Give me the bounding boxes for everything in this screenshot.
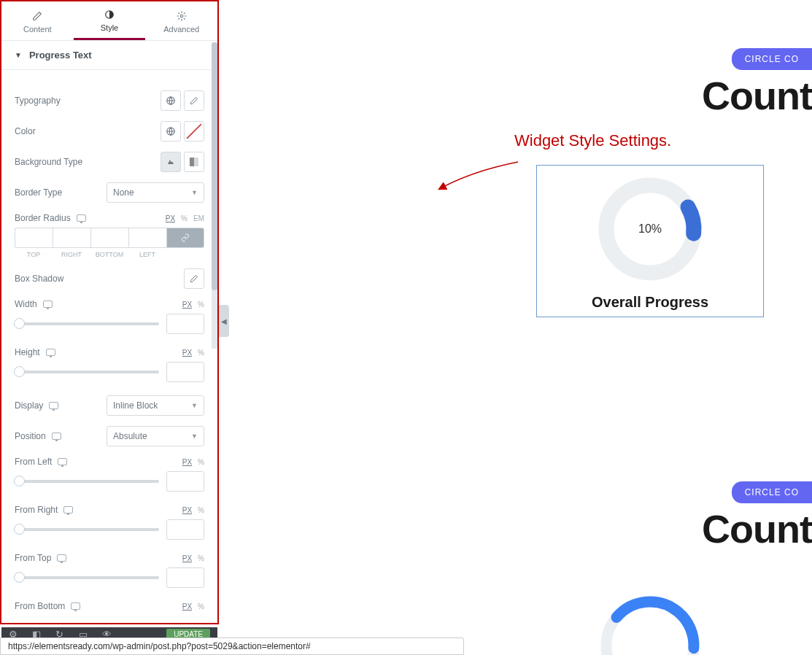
annotation-text: Widget Style Settings. — [514, 131, 671, 150]
responsive-icon[interactable] — [57, 554, 66, 562]
height-slider[interactable] — [15, 371, 159, 373]
responsive-icon[interactable] — [43, 301, 53, 308]
unit-px[interactable]: PX — [182, 506, 192, 514]
bordertype-select[interactable]: None ▼ — [107, 182, 204, 203]
chevron-down-icon: ▼ — [191, 433, 198, 440]
from-left-input[interactable] — [166, 471, 204, 492]
dim-labels: TOP RIGHT BOTTOM LEFT — [15, 251, 204, 258]
panel-tabs: Content Style Advanced — [1, 1, 217, 41]
chevron-down-icon: ▼ — [191, 189, 198, 196]
bordertype-label: Border Type — [15, 187, 62, 198]
bg-gradient-icon[interactable] — [184, 152, 204, 172]
width-label: Width — [15, 299, 53, 309]
slider-thumb[interactable] — [14, 524, 25, 535]
slider-thumb[interactable] — [14, 572, 25, 583]
circle-widget-selected[interactable]: 10% Overall Progress — [536, 165, 764, 317]
from-left-label: From Left — [15, 457, 67, 467]
unit-pct[interactable]: % — [198, 554, 204, 562]
slider-thumb[interactable] — [14, 476, 25, 487]
radius-top[interactable] — [15, 228, 53, 248]
tab-label: Content — [23, 25, 52, 34]
panel-collapse-button[interactable]: ◀ — [219, 305, 229, 337]
unit-pct[interactable]: % — [198, 506, 204, 514]
panel-body: Typography Color Background Type — [1, 70, 217, 623]
link-values-button[interactable] — [166, 228, 204, 248]
gear-icon — [176, 10, 187, 22]
unit-pct[interactable]: % — [198, 458, 204, 466]
scrollbar[interactable] — [212, 42, 217, 349]
unit-px[interactable]: PX — [182, 349, 192, 357]
caret-down-icon: ▼ — [15, 51, 22, 59]
boxshadow-label: Box Shadow — [15, 274, 63, 284]
responsive-icon[interactable] — [49, 402, 58, 409]
responsive-icon[interactable] — [52, 433, 61, 440]
circle-widget[interactable] — [536, 591, 764, 655]
globe-icon[interactable] — [161, 90, 181, 111]
display-label: Display — [15, 400, 58, 411]
slider-thumb[interactable] — [14, 366, 25, 377]
percent-text: 10% — [595, 174, 705, 284]
from-right-input[interactable] — [166, 519, 204, 540]
circle-widget[interactable]: 50% Work Hours — [792, 165, 812, 316]
globe-icon[interactable] — [161, 121, 181, 142]
pencil-icon — [31, 10, 43, 22]
tab-label: Advanced — [163, 25, 199, 34]
bg-classic-icon[interactable] — [161, 152, 181, 172]
unit-pct[interactable]: % — [198, 602, 204, 611]
responsive-icon[interactable] — [71, 602, 80, 610]
tab-advanced[interactable]: Advanced — [145, 1, 217, 40]
color-swatch-none[interactable] — [184, 121, 204, 142]
select-value: None — [113, 187, 134, 198]
width-input[interactable] — [166, 314, 204, 334]
progress-circle: 10% — [595, 174, 705, 284]
from-top-slider[interactable] — [15, 576, 159, 579]
svg-rect-5 — [190, 158, 194, 166]
edit-icon[interactable] — [184, 268, 204, 289]
radius-right[interactable] — [53, 228, 90, 248]
edit-icon[interactable] — [184, 90, 204, 111]
typography-label: Typography — [15, 96, 61, 106]
editor-panel: Content Style Advanced ▼ Progress Text T… — [0, 0, 219, 624]
scrollbar-thumb[interactable] — [212, 42, 217, 290]
from-top-label: From Top — [15, 553, 66, 563]
width-slider[interactable] — [15, 322, 159, 325]
tab-style[interactable]: Style — [74, 1, 146, 40]
chevron-down-icon: ▼ — [191, 402, 198, 409]
border-radius-inputs — [15, 228, 204, 248]
unit-pct[interactable]: % — [198, 349, 204, 357]
unit-px[interactable]: PX — [182, 602, 192, 611]
unit-px[interactable]: PX — [182, 458, 192, 466]
contrast-icon — [104, 9, 115, 20]
from-right-label: From Right — [15, 505, 73, 515]
tab-label: Style — [101, 23, 118, 32]
from-right-slider[interactable] — [15, 528, 159, 531]
unit-px[interactable]: PX — [182, 301, 192, 309]
from-top-input[interactable] — [166, 567, 204, 588]
height-label: Height — [15, 347, 55, 357]
slider-thumb[interactable] — [14, 318, 25, 329]
radius-bottom[interactable] — [90, 228, 128, 248]
category-badge: CIRCLE CO — [732, 481, 812, 503]
color-label: Color — [15, 126, 36, 136]
category-badge: CIRCLE CO — [732, 48, 812, 70]
responsive-icon[interactable] — [58, 458, 67, 465]
section-heading: Count — [702, 73, 812, 118]
unit-px[interactable]: PX — [166, 214, 175, 222]
height-input[interactable] — [166, 362, 204, 382]
radius-left[interactable] — [128, 228, 166, 248]
tab-content[interactable]: Content — [1, 1, 74, 40]
unit-pct[interactable]: % — [181, 214, 187, 222]
from-left-slider[interactable] — [15, 480, 159, 483]
annotation-arrow — [438, 156, 525, 193]
responsive-icon[interactable] — [77, 214, 86, 222]
section-title: Progress Text — [29, 50, 92, 61]
circle-widget[interactable]: 50 Hours — [792, 591, 812, 655]
responsive-icon[interactable] — [46, 349, 55, 356]
unit-px[interactable]: PX — [182, 554, 192, 562]
display-select[interactable]: Inline Block▼ — [107, 395, 204, 416]
position-select[interactable]: Absulute▼ — [107, 426, 204, 446]
unit-pct[interactable]: % — [198, 301, 204, 309]
section-header[interactable]: ▼ Progress Text — [1, 41, 217, 70]
unit-em[interactable]: EM — [193, 214, 204, 222]
responsive-icon[interactable] — [63, 506, 73, 513]
